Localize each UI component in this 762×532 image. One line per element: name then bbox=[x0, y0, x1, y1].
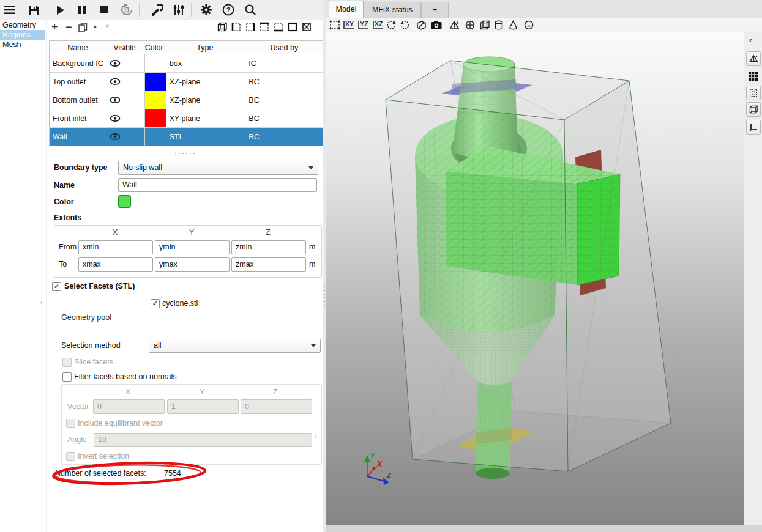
cylinder-icon[interactable] bbox=[495, 20, 503, 30]
menu-icon[interactable] bbox=[3, 3, 17, 17]
angle-label: Angle bbox=[67, 435, 87, 444]
zmin-input[interactable]: zmin bbox=[231, 240, 306, 254]
color-label: Color bbox=[54, 198, 74, 206]
viewport-3d[interactable]: Y X Z bbox=[326, 32, 744, 525]
ymin-input[interactable]: ymin bbox=[155, 240, 230, 254]
eye-icon[interactable] bbox=[110, 97, 121, 103]
splitter-handle[interactable] bbox=[175, 153, 196, 155]
eye-icon[interactable] bbox=[110, 133, 121, 140]
extents-label: Extents bbox=[54, 213, 81, 222]
stl-file-checkbox[interactable]: ✓ bbox=[151, 299, 160, 308]
play-icon[interactable] bbox=[54, 3, 67, 17]
no-region-icon[interactable] bbox=[302, 22, 312, 32]
geometry-cube-button[interactable] bbox=[746, 102, 761, 117]
view-yz-button[interactable]: YZ bbox=[358, 21, 368, 29]
color-swatch[interactable] bbox=[145, 91, 165, 109]
color-swatch[interactable] bbox=[145, 128, 165, 146]
eye-icon[interactable] bbox=[110, 78, 121, 85]
camera-icon[interactable] bbox=[431, 21, 442, 29]
xmin-input[interactable]: xmin bbox=[78, 240, 153, 254]
table-row[interactable]: Top outlet XZ-plane BC bbox=[50, 73, 323, 91]
wrench-icon[interactable] bbox=[149, 2, 164, 17]
square-region-icon[interactable] bbox=[288, 22, 297, 32]
table-row-selected[interactable]: Wall STL BC bbox=[50, 128, 323, 146]
view-xy-button[interactable]: XY bbox=[343, 21, 354, 29]
box-region-icon[interactable] bbox=[217, 22, 228, 32]
rotate-cw-icon[interactable] bbox=[400, 20, 410, 30]
table-row[interactable]: Background IC box IC bbox=[50, 54, 323, 73]
to-label: To bbox=[59, 260, 67, 268]
eye-icon[interactable] bbox=[110, 60, 121, 67]
nav-item-regions[interactable]: Regions bbox=[0, 30, 45, 40]
help-icon[interactable]: ? bbox=[221, 2, 236, 17]
filter-facets-checkbox[interactable] bbox=[62, 372, 72, 382]
stl-toggle-button[interactable] bbox=[746, 51, 761, 66]
table-row[interactable]: Front inlet XY-plane BC bbox=[50, 109, 323, 128]
col-header-type[interactable]: Type bbox=[165, 41, 245, 54]
tab-model[interactable]: Model bbox=[329, 1, 364, 18]
save-icon[interactable] bbox=[27, 3, 40, 17]
duplicate-region-button[interactable] bbox=[78, 23, 88, 32]
col-header-name[interactable]: Name bbox=[50, 41, 106, 54]
ymax-input[interactable]: ymax bbox=[155, 257, 230, 272]
reset-icon[interactable] bbox=[119, 2, 134, 17]
slice-facets-label: Slice facets bbox=[74, 358, 113, 366]
plane-left-icon[interactable] bbox=[231, 22, 241, 32]
boundary-type-select[interactable]: No-slip wall bbox=[118, 161, 318, 175]
axes-corner-button[interactable] bbox=[746, 120, 761, 135]
region-dots-button[interactable] bbox=[746, 86, 761, 100]
perspective-icon[interactable] bbox=[416, 20, 427, 30]
color-swatch[interactable] bbox=[145, 54, 165, 72]
select-facets-checkbox[interactable]: ✓ bbox=[52, 282, 61, 291]
origin-marker-icon[interactable] bbox=[524, 20, 534, 30]
tab-mfix-status[interactable]: MFiX status bbox=[364, 2, 421, 18]
color-swatch[interactable] bbox=[145, 73, 165, 91]
add-region-button[interactable]: + bbox=[51, 21, 58, 34]
collapse-arrow-icon[interactable]: ‹ bbox=[749, 35, 752, 45]
stl-normals-icon[interactable] bbox=[449, 20, 460, 30]
nav-item-mesh[interactable]: Mesh bbox=[0, 40, 45, 50]
vector-y-input: 1 bbox=[167, 399, 239, 414]
move-down-button[interactable]: ▼ bbox=[105, 23, 110, 29]
gear-icon[interactable] bbox=[199, 2, 214, 17]
tab-add[interactable]: + bbox=[421, 2, 449, 18]
equilibrant-checkbox bbox=[66, 419, 75, 428]
wireframe-sphere-icon[interactable] bbox=[465, 20, 475, 30]
region-color-swatch[interactable] bbox=[118, 195, 131, 208]
sliders-icon[interactable] bbox=[171, 2, 186, 17]
eye-icon[interactable] bbox=[110, 115, 121, 122]
reset-view-icon[interactable] bbox=[329, 20, 340, 30]
axis-header-x: X bbox=[113, 228, 118, 237]
view-xz-button[interactable]: XZ bbox=[373, 21, 383, 29]
axis-header-y: Y bbox=[189, 228, 194, 237]
plane-right-icon[interactable] bbox=[245, 22, 255, 32]
unit-label: m bbox=[309, 260, 315, 268]
region-type: XY-plane bbox=[166, 109, 246, 127]
table-row[interactable]: Bottom outlet XZ-plane BC bbox=[50, 91, 323, 109]
panel-collapse-icon[interactable]: ‹ bbox=[40, 299, 42, 306]
rotate-ccw-icon[interactable] bbox=[386, 20, 396, 30]
color-swatch[interactable] bbox=[145, 109, 165, 127]
plane-bottom-icon[interactable] bbox=[274, 22, 283, 32]
normals-header-y: Y bbox=[200, 388, 204, 396]
search-icon[interactable] bbox=[243, 2, 258, 17]
nav-item-geometry[interactable]: Geometry bbox=[0, 20, 45, 30]
pause-icon[interactable] bbox=[75, 3, 89, 17]
selection-method-select[interactable]: all bbox=[149, 339, 321, 353]
zmax-input[interactable]: zmax bbox=[231, 257, 306, 272]
mesh-grid-icon[interactable] bbox=[747, 70, 759, 82]
col-header-usedby[interactable]: Used by bbox=[245, 41, 323, 54]
col-header-color[interactable]: Color bbox=[143, 41, 165, 54]
regions-table: Name Visible Color Type Used by Backgrou… bbox=[49, 40, 324, 146]
remove-region-button[interactable]: − bbox=[65, 21, 72, 34]
angle-input: 10 bbox=[94, 433, 312, 447]
toolbar-separator bbox=[191, 3, 192, 17]
col-header-visible[interactable]: Visible bbox=[106, 41, 144, 54]
cone-icon[interactable] bbox=[509, 20, 518, 30]
move-up-button[interactable]: ▲ bbox=[92, 23, 98, 29]
plane-top-icon[interactable] bbox=[260, 22, 269, 32]
wireframe-cube-icon[interactable] bbox=[480, 20, 490, 30]
name-input[interactable]: Wall bbox=[118, 178, 317, 192]
xmax-input[interactable]: xmax bbox=[78, 257, 153, 272]
stop-icon[interactable] bbox=[97, 3, 111, 17]
